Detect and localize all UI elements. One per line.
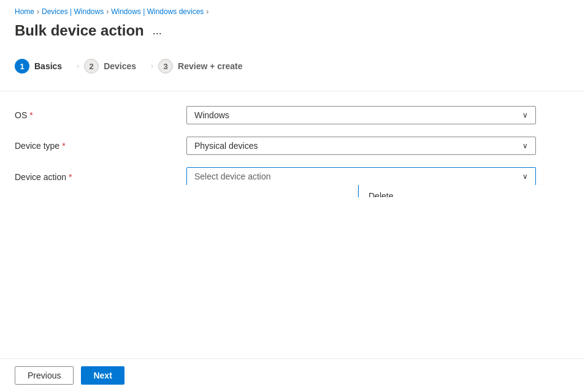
step-1-circle: 1: [15, 59, 29, 74]
os-chevron-icon: ∨: [522, 111, 528, 119]
device-action-menu: DeleteRetireCollect diagnosticsWipeAutop…: [358, 185, 585, 197]
device-action-dropdown[interactable]: Select device action ∨: [186, 167, 536, 185]
breadcrumb-sep-1: ›: [37, 7, 39, 16]
os-row: OS * Windows ∨: [15, 106, 570, 124]
step-sep-2: ›: [151, 62, 153, 70]
ellipsis-button[interactable]: ...: [149, 23, 166, 39]
breadcrumb-devices-windows[interactable]: Devices | Windows: [42, 7, 104, 16]
device-type-dropdown[interactable]: Physical devices ∨: [186, 137, 536, 155]
os-label: OS *: [15, 110, 186, 120]
step-basics[interactable]: 1 Basics: [15, 54, 72, 78]
os-required: *: [29, 110, 32, 120]
step-review-create[interactable]: 3 Review + create: [158, 54, 252, 78]
steps-bar: 1 Basics › 2 Devices › 3 Review + create: [0, 49, 585, 91]
device-action-required: *: [69, 172, 72, 182]
device-action-chevron-icon: ∨: [522, 172, 528, 181]
device-type-row: Device type * Physical devices ∨: [15, 137, 570, 155]
breadcrumb-windows-devices[interactable]: Windows | Windows devices: [111, 7, 204, 16]
step-3-label: Review + create: [178, 61, 242, 71]
page-title-area: Bulk device action ...: [0, 20, 585, 49]
breadcrumb-sep-3: ›: [206, 7, 208, 16]
step-3-circle: 3: [158, 59, 173, 74]
device-action-label: Device action *: [15, 167, 186, 182]
device-action-row: Device action * Select device action ∨ D…: [15, 167, 570, 185]
device-type-value: Physical devices: [194, 141, 258, 151]
step-1-label: Basics: [34, 61, 62, 71]
breadcrumb: Home › Devices | Windows › Windows | Win…: [0, 0, 585, 20]
step-2-circle: 2: [84, 59, 99, 74]
device-type-required: *: [62, 141, 65, 151]
step-2-label: Devices: [104, 61, 136, 71]
step-devices[interactable]: 2 Devices: [84, 54, 146, 78]
step-sep-1: ›: [77, 62, 79, 70]
dropdown-item-delete[interactable]: Delete: [359, 185, 585, 197]
form-area: OS * Windows ∨ Device type * Physical de…: [0, 106, 585, 185]
breadcrumb-home[interactable]: Home: [15, 7, 34, 16]
breadcrumb-sep-2: ›: [106, 7, 109, 16]
page-title: Bulk device action: [15, 22, 144, 39]
device-type-chevron-icon: ∨: [522, 141, 528, 150]
device-type-label: Device type *: [15, 141, 186, 151]
os-value: Windows: [194, 110, 229, 120]
os-dropdown[interactable]: Windows ∨: [186, 106, 536, 124]
device-action-placeholder: Select device action: [194, 172, 271, 181]
